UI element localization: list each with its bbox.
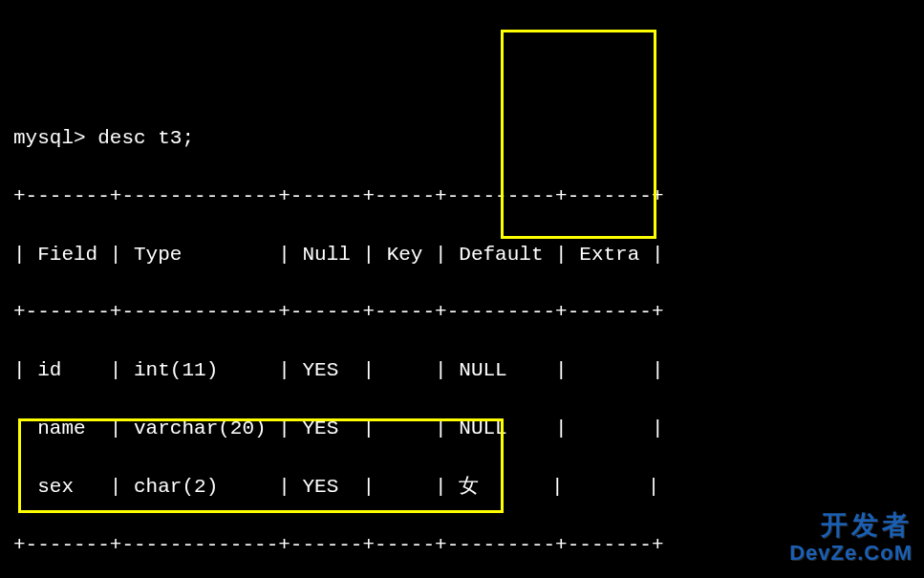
table-border-mid: +-------+-------------+------+-----+----… bbox=[13, 298, 924, 327]
table-row: | name | varchar(20) | YES | | NULL | | bbox=[13, 415, 924, 443]
table-row: | id | int(11) | YES | | NULL | | bbox=[13, 356, 924, 385]
command-text[interactable]: desc t3; bbox=[97, 127, 194, 149]
watermark-en: DevZe.CoM bbox=[789, 538, 913, 568]
mysql-prompt: mysql> bbox=[13, 127, 86, 149]
desc-command-line: mysql> desc t3; bbox=[13, 124, 924, 153]
table-border-top: +-------+-------------+------+-----+----… bbox=[13, 182, 924, 211]
table-header: | Field | Type | Null | Key | Default | … bbox=[13, 241, 924, 269]
table-border-bottom: +-------+-------------+------+-----+----… bbox=[13, 531, 924, 560]
table-row: | sex | char(2) | YES | | 女 | | bbox=[13, 473, 924, 502]
